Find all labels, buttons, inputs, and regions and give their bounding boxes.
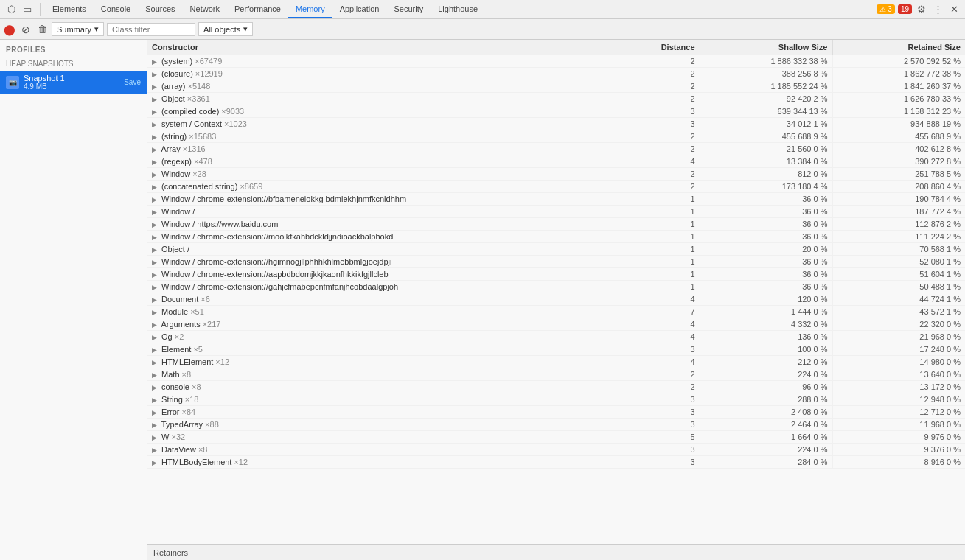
table-row[interactable]: ▶ Array×1316221 560 0 %402 612 8 % [147, 143, 965, 155]
expand-arrow[interactable]: ▶ [152, 146, 159, 153]
expand-arrow[interactable]: ▶ [152, 447, 159, 454]
col-shallow[interactable]: Shallow Size [700, 40, 832, 55]
tab-performance[interactable]: Performance [227, 0, 288, 18]
table-row[interactable]: ▶ (concatenated string)×86592173 180 4 %… [147, 181, 965, 193]
expand-arrow[interactable]: ▶ [152, 108, 159, 116]
retainers-label: Retainers [153, 548, 188, 557]
tab-lighthouse[interactable]: Lighthouse [431, 0, 485, 18]
expand-arrow[interactable]: ▶ [152, 171, 159, 178]
expand-arrow[interactable]: ▶ [152, 221, 159, 228]
table-row[interactable]: ▶ Window / https://www.baidu.com136 0 %1… [147, 218, 965, 231]
col-distance[interactable]: Distance [641, 40, 700, 55]
profiles-title: Profiles [0, 40, 147, 57]
tab-memory[interactable]: Memory [288, 0, 332, 18]
table-row[interactable]: ▶ system / Context×1023334 012 1 %934 88… [147, 118, 965, 130]
expand-arrow[interactable]: ▶ [152, 434, 159, 441]
expand-arrow[interactable]: ▶ [152, 196, 159, 203]
col-constructor[interactable]: Constructor [147, 40, 641, 55]
expand-arrow[interactable]: ▶ [152, 259, 159, 266]
expand-arrow[interactable]: ▶ [152, 121, 159, 128]
expand-arrow[interactable]: ▶ [152, 71, 159, 78]
retainers-bar: Retainers [147, 544, 965, 560]
expand-arrow[interactable]: ▶ [152, 309, 159, 316]
expand-arrow[interactable]: ▶ [152, 96, 159, 103]
table-row[interactable]: ▶ Window /136 0 %187 772 4 % [147, 206, 965, 218]
expand-arrow[interactable]: ▶ [152, 409, 159, 416]
table-row[interactable]: ▶ Window / chrome-extension://bfbameneio… [147, 193, 965, 206]
table-row[interactable]: ▶ Og×24136 0 %21 968 0 % [147, 331, 965, 343]
table-row[interactable]: ▶ Element×53100 0 %17 248 0 % [147, 343, 965, 356]
tab-application[interactable]: Application [332, 0, 387, 18]
table-row[interactable]: ▶ W×3251 664 0 %9 976 0 % [147, 431, 965, 444]
expand-arrow[interactable]: ▶ [152, 346, 159, 354]
clear-all[interactable]: ⊘ [19, 23, 32, 36]
tab-console[interactable]: Console [94, 0, 138, 18]
tab-security[interactable]: Security [386, 0, 431, 18]
table-row[interactable]: ▶ Window / chrome-extension://aapbdbdomj… [147, 268, 965, 281]
save-button[interactable]: Save [124, 78, 141, 86]
table-row[interactable]: ▶ Error×8432 408 0 %12 712 0 % [147, 406, 965, 419]
all-objects-arrow: ▾ [243, 24, 248, 34]
expand-arrow[interactable]: ▶ [152, 459, 159, 466]
device-icon[interactable]: ▭ [21, 3, 34, 16]
summary-dropdown[interactable]: Summary ▾ [52, 22, 104, 36]
col-retained[interactable]: Retained Size [832, 40, 965, 55]
table-row[interactable]: ▶ Math×82224 0 %13 640 0 % [147, 368, 965, 381]
table-row[interactable]: ▶ Window×282812 0 %251 788 5 % [147, 168, 965, 181]
more-icon[interactable]: ⋮ [931, 3, 944, 16]
table-row[interactable]: ▶ Module×5171 444 0 %43 572 1 % [147, 306, 965, 318]
settings-icon[interactable]: ⚙ [915, 3, 928, 16]
table-row[interactable]: ▶ Object×3361292 420 2 %1 626 780 33 % [147, 93, 965, 105]
heap-snapshots-label: HEAP SNAPSHOTS [0, 57, 147, 71]
table-row[interactable]: ▶ (regexp)×478413 384 0 %390 272 8 % [147, 155, 965, 168]
expand-arrow[interactable]: ▶ [152, 271, 159, 279]
expand-arrow[interactable]: ▶ [152, 183, 159, 191]
expand-arrow[interactable]: ▶ [152, 371, 159, 379]
tab-network[interactable]: Network [183, 0, 227, 18]
table-row[interactable]: ▶ Object /120 0 %70 568 1 % [147, 243, 965, 256]
table-row[interactable]: ▶ Arguments×21744 332 0 %22 320 0 % [147, 318, 965, 331]
trash-icon[interactable]: 🗑 [35, 23, 49, 36]
table-row[interactable]: ▶ Window / chrome-extension://gahjcfmabe… [147, 281, 965, 293]
tab-elements[interactable]: Elements [45, 0, 94, 18]
table-row[interactable]: ▶ Window / chrome-extension://hgimnogjll… [147, 256, 965, 268]
table-row[interactable]: ▶ (closure)×129192388 256 8 %1 862 772 3… [147, 68, 965, 80]
table-row[interactable]: ▶ Window / chrome-extension://mooikfkahb… [147, 231, 965, 243]
snapshot-name: Snapshot 1 [24, 74, 124, 83]
tab-sources[interactable]: Sources [138, 0, 182, 18]
table-row[interactable]: ▶ console×8296 0 %13 172 0 % [147, 381, 965, 393]
expand-arrow[interactable]: ▶ [152, 158, 159, 166]
record-circle[interactable]: ⬤ [3, 23, 16, 36]
expand-arrow[interactable]: ▶ [152, 359, 159, 366]
table-row[interactable]: ▶ (array)×514821 185 552 24 %1 841 260 3… [147, 80, 965, 93]
main-layout: Profiles HEAP SNAPSHOTS 📷 Snapshot 1 4.9… [0, 40, 965, 560]
heap-table[interactable]: Constructor Distance Shallow Size Retain… [147, 40, 965, 544]
expand-arrow[interactable]: ▶ [152, 334, 159, 341]
class-filter-input[interactable] [107, 23, 195, 36]
expand-arrow[interactable]: ▶ [152, 321, 159, 329]
all-objects-dropdown[interactable]: All objects ▾ [198, 22, 253, 36]
inspect-icon[interactable]: ⬡ [4, 3, 18, 16]
table-row[interactable]: ▶ TypedArray×8832 464 0 %11 968 0 % [147, 419, 965, 431]
snapshot-item[interactable]: 📷 Snapshot 1 4.9 MB Save [0, 71, 147, 94]
close-icon[interactable]: ✕ [947, 3, 961, 16]
expand-arrow[interactable]: ▶ [152, 58, 159, 66]
table-row[interactable]: ▶ (string)×156832455 688 9 %455 688 9 % [147, 130, 965, 143]
expand-arrow[interactable]: ▶ [152, 421, 159, 429]
table-row[interactable]: ▶ DataView×83224 0 %9 376 0 % [147, 444, 965, 456]
table-row[interactable]: ▶ HTMLElement×124212 0 %14 980 0 % [147, 356, 965, 368]
expand-arrow[interactable]: ▶ [152, 83, 159, 91]
table-row[interactable]: ▶ (compiled code)×90333639 344 13 %1 158… [147, 105, 965, 118]
expand-arrow[interactable]: ▶ [152, 284, 159, 291]
expand-arrow[interactable]: ▶ [152, 133, 159, 141]
expand-arrow[interactable]: ▶ [152, 396, 159, 404]
expand-arrow[interactable]: ▶ [152, 209, 159, 216]
table-row[interactable]: ▶ HTMLBodyElement×123284 0 %8 916 0 % [147, 456, 965, 469]
table-row[interactable]: ▶ String×183288 0 %12 948 0 % [147, 393, 965, 406]
expand-arrow[interactable]: ▶ [152, 246, 159, 253]
table-row[interactable]: ▶ Document×64120 0 %44 724 1 % [147, 293, 965, 306]
expand-arrow[interactable]: ▶ [152, 234, 159, 241]
expand-arrow[interactable]: ▶ [152, 296, 159, 304]
table-row[interactable]: ▶ (system)×6747921 886 332 38 %2 570 092… [147, 55, 965, 68]
expand-arrow[interactable]: ▶ [152, 384, 159, 391]
